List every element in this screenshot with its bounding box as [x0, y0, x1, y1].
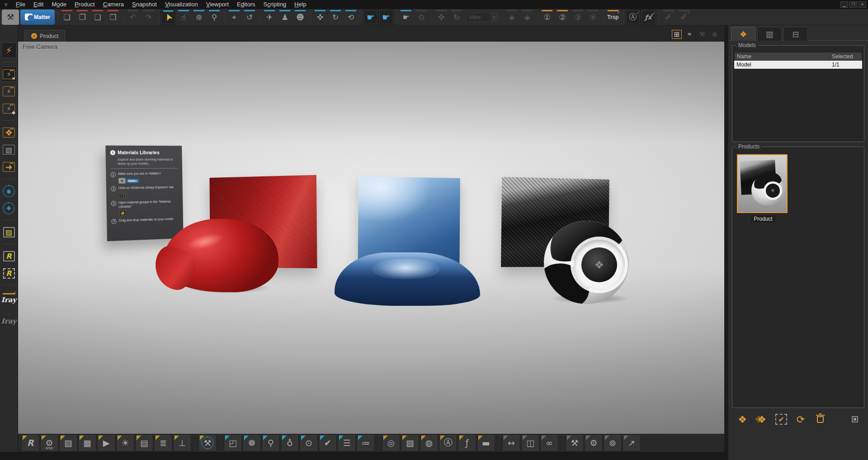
effects-settings-button[interactable]: ƒ: [458, 435, 476, 451]
measure-tool-button[interactable]: ↔: [503, 435, 520, 451]
antialiasing-settings-button[interactable]: Ⓐ: [439, 435, 457, 451]
viewport-tools-button[interactable]: ⚒: [697, 30, 707, 39]
layers-wheel-button[interactable]: ☸: [243, 435, 260, 451]
menu-editors[interactable]: Editors: [233, 0, 259, 9]
rotate-view-tool[interactable]: ↻: [449, 9, 464, 25]
paint-layer-toggle[interactable]: ✐✓: [676, 9, 691, 25]
materials-library-tab[interactable]: ▥: [757, 27, 782, 41]
snapshot-region-button[interactable]: ❖: [1, 125, 17, 140]
viewport-3d[interactable]: Free Camera i Materials Libraries Explor…: [18, 42, 724, 434]
previous-pose-button[interactable]: ◈: [504, 9, 519, 25]
menu-mode[interactable]: Mode: [47, 0, 71, 9]
pan-tool[interactable]: ☝: [176, 9, 191, 25]
realtime-render-toggle[interactable]: ⚡: [1, 43, 17, 58]
update-product-button[interactable]: ⟳: [795, 413, 807, 425]
menu-snapshot[interactable]: Snapshot: [128, 0, 161, 9]
transparency-toggle[interactable]: Trsp✓: [605, 9, 621, 25]
fly-mode-tool[interactable]: ✈: [262, 9, 277, 25]
video-capture-button[interactable]: ▶: [98, 435, 115, 451]
layers-country-button[interactable]: ♁: [281, 435, 298, 451]
filmstrip-button[interactable]: ▬: [477, 435, 495, 451]
rotation-tools-button[interactable]: ⚙: [585, 435, 602, 451]
products-tab[interactable]: ❖: [731, 27, 755, 41]
menu-scripting[interactable]: Scripting: [259, 0, 291, 9]
minimize-button[interactable]: ▁: [840, 1, 848, 8]
apply-material-tool[interactable]: ☛: [363, 9, 378, 25]
lighting-sun-button[interactable]: ☀: [117, 435, 134, 451]
translate-object-tool[interactable]: ✜: [312, 9, 328, 25]
orbit-tool[interactable]: ⊛: [191, 9, 207, 25]
import-products-button[interactable]: ❖: [756, 413, 768, 425]
app-menu-icon[interactable]: ▼: [0, 2, 12, 7]
column-header-name[interactable]: Name: [735, 53, 829, 60]
layers-visibility-button[interactable]: ⊙: [300, 435, 317, 451]
external-window-button[interactable]: ➜: [1, 159, 17, 175]
menu-viewport[interactable]: Viewport: [202, 0, 233, 9]
menu-product[interactable]: Product: [71, 0, 99, 9]
presentation-board-button[interactable]: ▨: [1, 142, 17, 157]
antialiasing-toggle[interactable]: Ⓐ✓: [625, 9, 641, 25]
matter-mode-button[interactable]: Matter: [20, 9, 55, 25]
camera-slot-4-button[interactable]: ④: [585, 9, 601, 25]
product-thumbnail[interactable]: ❖: [737, 154, 788, 213]
next-pose-button[interactable]: ◈: [519, 9, 535, 25]
animation-clapper-button[interactable]: ▤: [136, 435, 153, 451]
link-cameras-button[interactable]: ⚭: [684, 30, 694, 39]
render-region-button[interactable]: R: [1, 266, 17, 281]
validate-product-button[interactable]: ✔: [775, 414, 787, 425]
translate-view-tool[interactable]: ✜: [434, 9, 449, 25]
camera-turn-tool[interactable]: ↺: [242, 9, 257, 25]
image-settings-button[interactable]: ▦: [79, 435, 96, 451]
layers-approval-button[interactable]: ✔: [319, 435, 336, 451]
target-picker-button[interactable]: ⊚: [604, 435, 621, 451]
open-database-button[interactable]: ❐: [75, 9, 90, 25]
stereo-view-button[interactable]: ∞: [541, 435, 558, 451]
model-row[interactable]: Model1/1: [734, 61, 862, 69]
wheel-editor-button[interactable]: ◎: [382, 435, 400, 451]
close-viewport-button[interactable]: ⊗: [710, 30, 720, 39]
preferences-button[interactable]: ⚒: [2, 9, 19, 25]
curves-editor-button[interactable]: ↗: [623, 435, 640, 451]
menu-camera[interactable]: Camera: [99, 0, 128, 9]
menu-file[interactable]: File: [12, 0, 29, 9]
column-header-selected[interactable]: Selected: [829, 53, 862, 60]
cutting-plane-button[interactable]: ◫: [522, 435, 539, 451]
restore-button[interactable]: ❐: [849, 1, 857, 8]
detach-viewport-button[interactable]: ⊞: [672, 30, 682, 39]
menu-edit[interactable]: Edit: [29, 0, 47, 9]
layers-position-button[interactable]: ⚲: [262, 435, 279, 451]
undo-button[interactable]: ↶: [125, 9, 141, 25]
observer-mode-tool[interactable]: ☻: [292, 9, 308, 25]
camera-slot-2-button[interactable]: ②: [555, 9, 570, 25]
configuration-rules-button[interactable]: ☰: [338, 435, 355, 451]
iray-settings-button[interactable]: ⚙Iray: [41, 435, 58, 451]
view-dropdown[interactable]: View▾: [466, 13, 498, 22]
rotate-object-tool[interactable]: ↻: [328, 9, 343, 25]
save-database-as-button[interactable]: ❒: [105, 9, 121, 25]
product-card[interactable]: ❖ Product: [737, 154, 789, 223]
redo-button[interactable]: ↷: [141, 9, 156, 25]
inspection-tool[interactable]: ⊙: [414, 9, 429, 25]
zoom-tool[interactable]: ⚲: [207, 9, 222, 25]
save-database-button[interactable]: ❑: [90, 9, 105, 25]
create-product-button[interactable]: ❖: [736, 413, 748, 425]
overlay-add-button[interactable]: ✚: [1, 200, 17, 216]
joystick-button[interactable]: ⊥: [174, 435, 191, 451]
menu-visualization[interactable]: Visualization: [161, 0, 202, 9]
materials-refresh-button[interactable]: ⚡❖: [1, 101, 17, 116]
overlay-visibility-button[interactable]: ◉: [1, 183, 17, 199]
apply-material-burst-tool[interactable]: ☛: [378, 9, 394, 25]
capture-image-button[interactable]: ▨: [1, 224, 17, 240]
thumbnail-size-button[interactable]: [849, 413, 861, 425]
tab-product[interactable]: ✔ Product: [24, 30, 65, 42]
tuner-sliders-button[interactable]: ≣: [155, 435, 172, 451]
iray-paused-toggle[interactable]: ☝Iray: [1, 309, 17, 327]
close-button[interactable]: ✕: [859, 1, 866, 8]
walk-mode-tool[interactable]: ♟: [277, 9, 292, 25]
new-database-button[interactable]: ❏: [59, 9, 75, 25]
menu-help[interactable]: Help: [290, 0, 311, 9]
effects-toggle[interactable]: ƒx✓: [641, 9, 656, 25]
render-image-button[interactable]: R: [1, 248, 17, 264]
turntable-tool[interactable]: ⟲: [343, 9, 359, 25]
iray-render-toggle[interactable]: ✓Iray: [1, 289, 17, 308]
